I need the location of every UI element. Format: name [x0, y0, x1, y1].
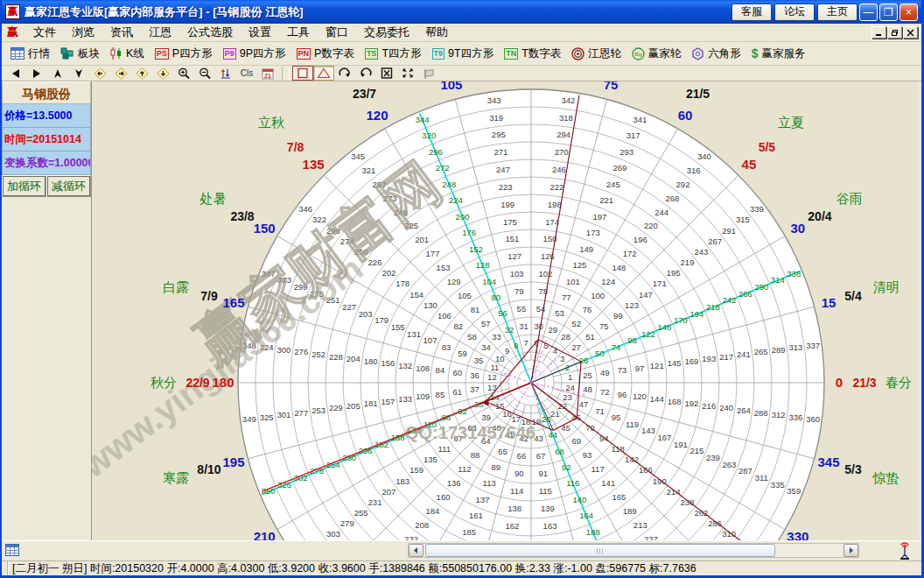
- customer-service-button[interactable]: 客服: [732, 4, 772, 21]
- menu-item-4[interactable]: 公式选股: [179, 23, 241, 42]
- svg-text:291: 291: [722, 226, 736, 236]
- 9p-square-button[interactable]: P99P四方形: [218, 44, 291, 64]
- mdi-close-button[interactable]: [903, 26, 918, 39]
- square-tool-button[interactable]: [292, 66, 313, 81]
- hexagon-button[interactable]: 六角形: [686, 44, 746, 64]
- degree-label-195: 195: [222, 455, 244, 469]
- svg-text:113: 113: [483, 478, 496, 488]
- diamond-right-button[interactable]: [110, 66, 131, 81]
- quote-table-icon[interactable]: [5, 544, 19, 557]
- svg-text:344: 344: [416, 115, 430, 124]
- zoom-in-button[interactable]: [173, 66, 194, 81]
- svg-text:156: 156: [381, 358, 395, 368]
- price-field[interactable]: 价格=13.5000: [2, 104, 91, 128]
- svg-text:99: 99: [613, 311, 623, 321]
- t-table-button[interactable]: TNT数字表: [499, 44, 566, 64]
- menu-item-7[interactable]: 窗口: [318, 23, 356, 42]
- svg-text:123: 123: [625, 300, 639, 310]
- triangle-tool-button[interactable]: [313, 66, 334, 81]
- svg-text:242: 242: [722, 295, 736, 305]
- svg-text:266: 266: [738, 289, 752, 299]
- zoom-out-button[interactable]: [194, 66, 215, 81]
- menu-item-5[interactable]: 设置: [241, 23, 279, 42]
- mdi-minimize-button[interactable]: [872, 26, 886, 39]
- rotate-ccw-button[interactable]: [355, 66, 376, 81]
- svg-text:96: 96: [618, 390, 627, 399]
- market-quotes-button[interactable]: 行情: [5, 44, 55, 64]
- time-field[interactable]: 时间=20151014: [2, 128, 91, 152]
- 9t-square-button[interactable]: T99T四方形: [427, 44, 500, 64]
- marker-up-button[interactable]: [47, 66, 68, 81]
- svg-text:146: 146: [658, 322, 672, 332]
- subtract-cycle-button[interactable]: 减循环: [46, 175, 91, 197]
- svg-text:339: 339: [750, 204, 764, 214]
- price-axis-icon: [220, 67, 232, 79]
- polygon-icon: [423, 67, 436, 79]
- svg-text:97: 97: [635, 363, 645, 373]
- menu-item-3[interactable]: 江恩: [141, 23, 179, 42]
- svg-text:145: 145: [668, 358, 682, 368]
- svg-text:301: 301: [277, 410, 291, 419]
- page-prev-button[interactable]: [5, 66, 26, 81]
- add-cycle-button[interactable]: 加循环: [2, 175, 46, 197]
- svg-text:321: 321: [361, 166, 375, 175]
- winner-wheel-button[interactable]: Big赢家轮: [626, 44, 687, 64]
- svg-text:286: 286: [708, 518, 722, 528]
- menu-item-8[interactable]: 交易委托: [356, 23, 417, 42]
- close-button[interactable]: ×: [900, 4, 918, 21]
- maximize-button[interactable]: ❐: [879, 4, 898, 21]
- svg-text:28: 28: [561, 332, 570, 342]
- polygon-button[interactable]: [418, 66, 439, 81]
- svg-text:189: 189: [623, 506, 637, 516]
- diamond-up-button[interactable]: [131, 66, 152, 81]
- diamond-down-button[interactable]: [152, 66, 173, 81]
- svg-text:220: 220: [644, 221, 658, 230]
- price-axis-button[interactable]: [215, 66, 236, 81]
- kline-button[interactable]: K线: [105, 44, 150, 64]
- svg-text:157: 157: [381, 397, 395, 406]
- center-button[interactable]: [397, 66, 418, 81]
- p-square-button[interactable]: PSP四方形: [150, 44, 218, 64]
- delete-box-icon: [381, 67, 393, 79]
- mdi-restore-button[interactable]: [887, 26, 902, 39]
- delete-box-button[interactable]: [376, 66, 397, 81]
- page-next-button[interactable]: [26, 66, 47, 81]
- gann-wheel-canvas[interactable]: 1234567891011121314151617181920212223242…: [92, 81, 919, 540]
- scroll-left-button[interactable]: [409, 544, 424, 557]
- homepage-button[interactable]: 主页: [817, 4, 858, 21]
- forum-button[interactable]: 论坛: [774, 4, 815, 21]
- menu-item-9[interactable]: 帮助: [417, 23, 456, 42]
- svg-text:191: 191: [674, 440, 688, 449]
- cls-button[interactable]: Cls: [236, 66, 257, 81]
- menu-item-1[interactable]: 浏览: [64, 23, 102, 42]
- p-square-icon: PS: [155, 48, 169, 60]
- diamond-down-icon: [157, 67, 170, 80]
- menu-item-6[interactable]: 工具: [279, 23, 318, 42]
- svg-text:294: 294: [556, 130, 570, 139]
- solar-term-label-30: 谷雨: [836, 191, 863, 206]
- menu-item-0[interactable]: 文件: [25, 23, 64, 42]
- gann-wheel-chart-area[interactable]: 1234567891011121314151617181920212223242…: [92, 81, 919, 540]
- svg-text:289: 289: [772, 345, 786, 355]
- coefficient-field[interactable]: 变换系数=1.00000: [2, 152, 91, 175]
- svg-text:262: 262: [694, 508, 708, 518]
- p-table-button[interactable]: PNP数字表: [291, 44, 360, 64]
- marker-down-button[interactable]: [68, 66, 89, 81]
- t-square-button[interactable]: TST四方形: [360, 44, 427, 64]
- scrollbar-thumb[interactable]: [425, 544, 775, 557]
- winner-service-button[interactable]: $赢家服务: [746, 44, 811, 64]
- menu-item-2[interactable]: 资讯: [102, 23, 141, 42]
- horizontal-scrollbar[interactable]: [408, 543, 859, 558]
- svg-text:337: 337: [806, 341, 820, 350]
- svg-text:267: 267: [708, 236, 722, 246]
- svg-text:195: 195: [667, 268, 681, 278]
- diamond-left-button[interactable]: [89, 66, 110, 81]
- gann-wheel-button[interactable]: 江恩轮: [566, 44, 626, 64]
- sectors-button[interactable]: 板块: [55, 44, 105, 64]
- svg-text:21: 21: [264, 72, 271, 78]
- minimize-button[interactable]: —: [859, 4, 878, 21]
- svg-text:85: 85: [436, 390, 445, 399]
- scroll-right-button[interactable]: [844, 544, 858, 557]
- calendar-button[interactable]: 21: [257, 66, 278, 81]
- rotate-cw-button[interactable]: [334, 66, 355, 81]
